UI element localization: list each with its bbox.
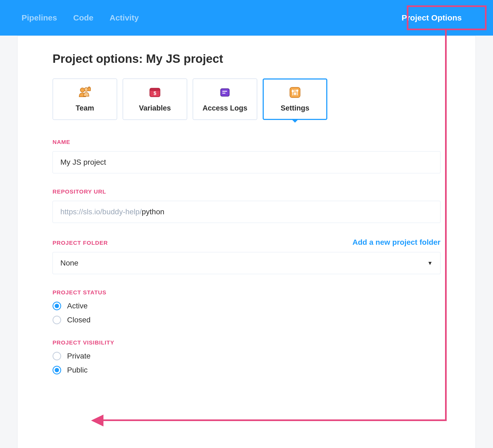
project-options-button[interactable]: Project Options bbox=[392, 7, 471, 29]
team-icon bbox=[78, 86, 92, 99]
section-label-repo: REPOSITORY URL bbox=[53, 188, 440, 195]
section-label-folder: PROJECT FOLDER bbox=[53, 240, 108, 246]
svg-point-15 bbox=[296, 89, 298, 92]
tab-team[interactable]: Team bbox=[53, 78, 117, 120]
tab-variables[interactable]: $ Variables bbox=[123, 78, 187, 120]
chevron-down-icon: ▼ bbox=[427, 260, 433, 266]
status-option-active[interactable]: Active bbox=[53, 302, 440, 310]
visibility-option-private[interactable]: Private bbox=[53, 352, 440, 360]
project-folder-select[interactable]: None ▼ bbox=[53, 252, 440, 274]
radio-icon bbox=[53, 316, 61, 324]
repo-url-prefix: https://sls.io/buddy-help/ bbox=[60, 208, 142, 216]
nav-link-pipelines[interactable]: Pipelines bbox=[22, 13, 57, 22]
variables-icon: $ bbox=[148, 86, 162, 99]
nav-link-code[interactable]: Code bbox=[73, 13, 93, 22]
section-label-name: NAME bbox=[53, 139, 440, 145]
status-radio-group: Active Closed bbox=[53, 302, 440, 324]
svg-point-11 bbox=[292, 90, 294, 92]
radio-icon bbox=[53, 366, 61, 374]
svg-rect-8 bbox=[222, 93, 225, 94]
content-wrap: Project options: My JS project Team bbox=[0, 36, 493, 448]
svg-rect-2 bbox=[88, 88, 91, 91]
visibility-radio-group: Private Public bbox=[53, 352, 440, 374]
status-option-closed[interactable]: Closed bbox=[53, 316, 440, 324]
tab-label: Team bbox=[76, 104, 94, 112]
tab-label: Settings bbox=[281, 104, 310, 112]
radio-label: Closed bbox=[67, 316, 91, 324]
radio-label: Public bbox=[67, 366, 88, 374]
access-logs-icon bbox=[218, 86, 232, 99]
nav-link-activity[interactable]: Activity bbox=[110, 13, 139, 22]
top-nav-bar: Pipelines Code Activity Project Options bbox=[0, 0, 493, 36]
add-folder-link[interactable]: Add a new project folder bbox=[352, 238, 440, 247]
tab-label: Variables bbox=[139, 104, 171, 112]
svg-point-1 bbox=[84, 88, 88, 91]
tab-access-logs[interactable]: Access Logs bbox=[193, 78, 257, 120]
repo-url-value: python bbox=[142, 208, 164, 216]
radio-icon bbox=[53, 352, 61, 360]
svg-rect-7 bbox=[222, 91, 227, 92]
settings-card: Project options: My JS project Team bbox=[17, 36, 476, 448]
svg-rect-6 bbox=[221, 89, 229, 96]
visibility-option-public[interactable]: Public bbox=[53, 366, 440, 374]
folder-selected-value: None bbox=[60, 259, 78, 267]
section-label-status: PROJECT STATUS bbox=[53, 289, 440, 296]
page-title: Project options: My JS project bbox=[53, 52, 440, 66]
radio-label: Active bbox=[67, 302, 88, 310]
section-label-visibility: PROJECT VISIBILITY bbox=[53, 339, 440, 346]
svg-point-0 bbox=[80, 88, 85, 92]
project-name-input[interactable] bbox=[53, 151, 440, 173]
svg-text:$: $ bbox=[154, 91, 156, 96]
tab-label: Access Logs bbox=[203, 104, 248, 112]
top-nav-left: Pipelines Code Activity bbox=[22, 13, 139, 22]
radio-label: Private bbox=[67, 352, 91, 360]
settings-icon bbox=[288, 86, 302, 99]
svg-point-13 bbox=[294, 93, 296, 95]
radio-icon bbox=[53, 302, 61, 310]
repo-url-field[interactable]: https://sls.io/buddy-help/python bbox=[53, 201, 440, 223]
tab-settings[interactable]: Settings bbox=[263, 78, 327, 120]
tab-row: Team $ Variables bbox=[53, 78, 440, 120]
